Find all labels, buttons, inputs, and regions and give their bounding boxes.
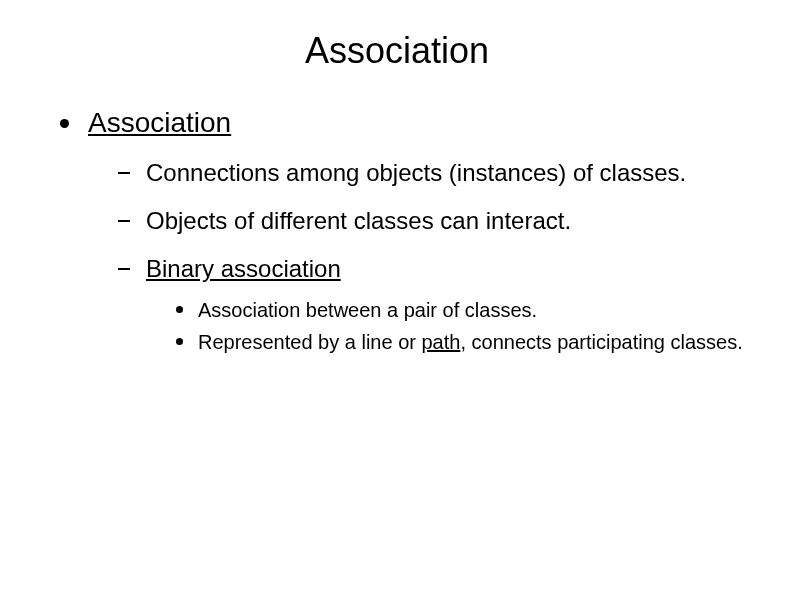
bullet-list-level1: Association Connections among objects (i…: [40, 107, 754, 355]
list-item: Binary association Association between a…: [118, 255, 754, 355]
list-item: Objects of different classes can interac…: [118, 207, 754, 235]
item-text: Objects of different classes can interac…: [146, 207, 571, 234]
item-text: Binary association: [146, 255, 341, 282]
bullet-list-level3: Association between a pair of classes. R…: [146, 297, 754, 355]
slide-title: Association: [40, 30, 754, 72]
item-text-underlined: path: [421, 331, 460, 353]
list-item: Association Connections among objects (i…: [60, 107, 754, 355]
list-item: Represented by a line or path, connects …: [176, 329, 754, 355]
item-text-suffix: , connects participating classes.: [460, 331, 742, 353]
list-item: Association between a pair of classes.: [176, 297, 754, 323]
slide: Association Association Connections amon…: [0, 0, 794, 595]
list-item: Connections among objects (instances) of…: [118, 159, 754, 187]
item-text: Connections among objects (instances) of…: [146, 159, 686, 186]
level1-label: Association: [88, 107, 231, 138]
bullet-list-level2: Connections among objects (instances) of…: [88, 159, 754, 355]
item-text-prefix: Represented by a line or: [198, 331, 421, 353]
item-text: Association between a pair of classes.: [198, 299, 537, 321]
